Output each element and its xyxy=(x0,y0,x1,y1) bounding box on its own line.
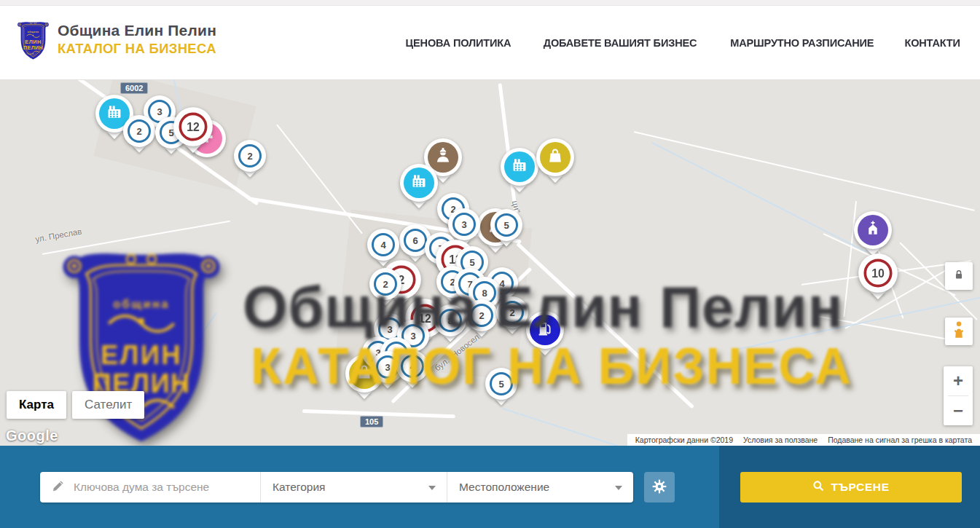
cluster-marker[interactable]: 5 xyxy=(490,209,522,241)
shopping-bag-icon xyxy=(546,146,565,168)
pegman-icon xyxy=(951,320,967,342)
church-marker[interactable] xyxy=(854,211,892,249)
cluster-marker[interactable]: 2 xyxy=(123,115,155,147)
cluster-marker[interactable]: 4 xyxy=(396,350,428,382)
road-number-label: 6002 xyxy=(120,82,148,94)
pencil-icon xyxy=(51,479,65,496)
search-submit-button[interactable]: ТЪРСЕНЕ xyxy=(740,472,962,503)
road-number-label: 105 xyxy=(360,416,383,427)
nav-contacts[interactable]: КОНТАКТИ xyxy=(904,36,960,50)
cluster-marker[interactable]: 2 xyxy=(234,140,266,172)
search-fields: Категория Местоположение xyxy=(40,472,633,503)
shopping-bag-marker[interactable] xyxy=(536,138,574,176)
report-map-error-link[interactable]: Подаване на сигнал за грешка в картата xyxy=(823,436,977,444)
factory-marker[interactable] xyxy=(501,148,538,186)
brand-title: Община Елин Пелин xyxy=(58,22,216,39)
search-icon xyxy=(812,480,824,494)
street-name-label: ул. Преслав xyxy=(34,226,82,243)
cluster-marker[interactable]: 2 xyxy=(496,296,528,328)
factory-icon xyxy=(510,156,529,178)
nav-add-your-business[interactable]: ДОБАВЕТЕ ВАШИЯТ БИЗНЕС xyxy=(544,36,697,50)
search-button-label: ТЪРСЕНЕ xyxy=(831,481,889,494)
keyword-field[interactable] xyxy=(40,472,260,503)
chevron-down-icon xyxy=(615,486,622,490)
map-type-map-button[interactable]: Карта xyxy=(7,391,66,419)
road-line xyxy=(276,124,363,234)
cluster-marker[interactable]: 5 xyxy=(485,368,517,400)
location-select[interactable]: Местоположение xyxy=(447,472,633,503)
fuel-marker[interactable] xyxy=(526,311,564,349)
top-strip xyxy=(0,0,980,6)
cluster-marker[interactable]: 12 xyxy=(173,107,213,146)
cluster-marker[interactable]: 10 xyxy=(858,253,898,293)
municipality-emblem-logo: община ЕЛИН ПЕЛИН xyxy=(16,17,50,61)
cluster-marker[interactable]: 4 xyxy=(367,229,399,261)
church-icon xyxy=(863,219,882,241)
advanced-search-gear-button[interactable] xyxy=(644,472,675,503)
road-line xyxy=(634,131,975,211)
svg-text:ПЕЛИН: ПЕЛИН xyxy=(23,44,43,51)
nav-pricing-policy[interactable]: ЦЕНОВА ПОЛИТИКА xyxy=(406,36,511,50)
brand[interactable]: община ЕЛИН ПЕЛИН Община Елин Пелин КАТА… xyxy=(16,17,216,61)
nav-route-schedule[interactable]: МАРШРУТНО РАЗПИСАНИЕ xyxy=(730,36,874,50)
zoom-control: + − xyxy=(944,366,973,425)
cluster-marker[interactable]: 8 xyxy=(434,304,466,336)
brand-subtitle: КАТАЛОГ НА БИЗНЕСА xyxy=(58,41,216,57)
creek-line xyxy=(149,312,216,409)
svg-text:община: община xyxy=(113,297,170,310)
factory-marker[interactable] xyxy=(400,164,438,202)
chevron-down-icon xyxy=(428,486,436,490)
cluster-marker[interactable]: 2 xyxy=(369,268,401,300)
gear-icon xyxy=(651,478,667,497)
google-map[interactable]: 32512223564713522274812822333834510 6002… xyxy=(0,80,980,446)
road-line xyxy=(42,221,230,255)
creek-line xyxy=(732,295,980,351)
svg-text:ЕЛИН: ЕЛИН xyxy=(101,340,182,370)
category-select[interactable]: Категория xyxy=(260,472,447,503)
factory-icon xyxy=(409,172,428,194)
category-select-label: Категория xyxy=(273,481,325,494)
map-lock-button[interactable] xyxy=(945,262,973,290)
main-nav: ЦЕНОВА ПОЛИТИКА ДОБАВЕТЕ ВАШИЯТ БИЗНЕС М… xyxy=(402,6,962,80)
map-attribution: Картографски данни ©2019 Условия за полз… xyxy=(627,434,980,446)
site-header: община ЕЛИН ПЕЛИН Община Елин Пелин КАТА… xyxy=(0,6,980,80)
google-logo[interactable]: Google xyxy=(6,427,58,444)
cluster-marker[interactable]: 2 xyxy=(466,299,498,331)
terms-of-use-link[interactable]: Условия за ползване xyxy=(738,436,823,444)
factory-icon xyxy=(105,103,124,125)
street-view-pegman-button[interactable] xyxy=(945,318,973,345)
map-data-copyright: Картографски данни ©2019 xyxy=(630,436,738,444)
creek-line xyxy=(652,142,867,253)
search-bar: Категория Местоположение ТЪРСЕНЕ xyxy=(0,446,980,528)
keyword-search-input[interactable] xyxy=(74,481,248,494)
zoom-in-button[interactable]: + xyxy=(944,366,973,395)
map-type-control: Карта Сателит xyxy=(7,391,144,419)
svg-text:община: община xyxy=(28,31,39,34)
zoom-out-button[interactable]: − xyxy=(944,396,973,425)
location-select-label: Местоположение xyxy=(459,481,549,494)
fuel-icon xyxy=(536,319,554,341)
lock-icon xyxy=(952,268,965,284)
map-type-satellite-button[interactable]: Сателит xyxy=(72,391,144,419)
